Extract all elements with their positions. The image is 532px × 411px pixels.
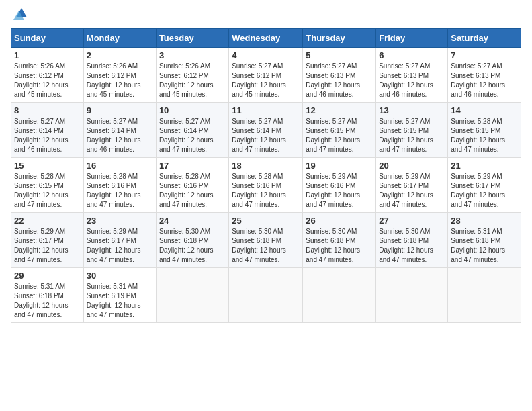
day-info: Sunrise: 5:29 AMSunset: 6:17 PMDaylight:…: [451, 173, 505, 208]
day-number: 27: [379, 216, 445, 226]
day-number: 12: [306, 105, 373, 116]
calendar-week-row: 8 Sunrise: 5:27 AMSunset: 6:14 PMDayligh…: [11, 103, 521, 158]
day-info: Sunrise: 5:26 AMSunset: 6:12 PMDaylight:…: [14, 62, 69, 98]
calendar-week-row: 1 Sunrise: 5:26 AMSunset: 6:12 PMDayligh…: [11, 48, 521, 103]
day-info: Sunrise: 5:29 AMSunset: 6:17 PMDaylight:…: [87, 228, 141, 263]
calendar-cell: 22 Sunrise: 5:29 AMSunset: 6:17 PMDaylig…: [11, 213, 84, 268]
day-number: 3: [159, 50, 226, 60]
header-tuesday: Tuesday: [156, 29, 228, 48]
calendar-cell: [229, 268, 303, 323]
calendar-table: SundayMondayTuesdayWednesdayThursdayFrid…: [11, 28, 521, 323]
calendar-cell: 6 Sunrise: 5:27 AMSunset: 6:13 PMDayligh…: [376, 48, 448, 103]
day-info: Sunrise: 5:31 AMSunset: 6:18 PMDaylight:…: [451, 228, 505, 263]
day-number: 8: [14, 105, 81, 116]
day-number: 23: [87, 216, 153, 226]
day-number: 11: [232, 105, 300, 116]
calendar-cell: 17 Sunrise: 5:28 AMSunset: 6:16 PMDaylig…: [156, 158, 228, 213]
day-info: Sunrise: 5:28 AMSunset: 6:16 PMDaylight:…: [159, 173, 214, 208]
calendar-cell: 29 Sunrise: 5:31 AMSunset: 6:18 PMDaylig…: [11, 268, 84, 323]
day-info: Sunrise: 5:27 AMSunset: 6:15 PMDaylight:…: [306, 118, 360, 153]
header-friday: Friday: [376, 29, 448, 48]
day-number: 1: [14, 50, 81, 60]
day-info: Sunrise: 5:27 AMSunset: 6:13 PMDaylight:…: [379, 62, 433, 98]
day-number: 22: [14, 216, 81, 226]
day-number: 14: [451, 105, 518, 116]
day-number: 28: [451, 216, 518, 226]
calendar-cell: 3 Sunrise: 5:26 AMSunset: 6:12 PMDayligh…: [156, 48, 228, 103]
calendar-cell: 30 Sunrise: 5:31 AMSunset: 6:19 PMDaylig…: [83, 268, 156, 323]
calendar-week-row: 22 Sunrise: 5:29 AMSunset: 6:17 PMDaylig…: [11, 213, 521, 268]
calendar-cell: 20 Sunrise: 5:29 AMSunset: 6:17 PMDaylig…: [376, 158, 448, 213]
day-info: Sunrise: 5:28 AMSunset: 6:15 PMDaylight:…: [14, 173, 69, 208]
day-info: Sunrise: 5:27 AMSunset: 6:14 PMDaylight:…: [159, 118, 214, 153]
logo-icon: [13, 5, 30, 21]
calendar-header-row: SundayMondayTuesdayWednesdayThursdayFrid…: [11, 29, 521, 48]
day-number: 18: [232, 161, 300, 171]
calendar-cell: 11 Sunrise: 5:27 AMSunset: 6:14 PMDaylig…: [229, 103, 303, 158]
day-number: 15: [14, 161, 81, 171]
day-info: Sunrise: 5:27 AMSunset: 6:14 PMDaylight:…: [87, 118, 141, 153]
day-info: Sunrise: 5:30 AMSunset: 6:18 PMDaylight:…: [232, 228, 286, 263]
day-info: Sunrise: 5:28 AMSunset: 6:16 PMDaylight:…: [232, 173, 286, 208]
calendar-cell: 21 Sunrise: 5:29 AMSunset: 6:17 PMDaylig…: [448, 158, 521, 213]
day-info: Sunrise: 5:27 AMSunset: 6:14 PMDaylight:…: [232, 118, 286, 153]
calendar-cell: 10 Sunrise: 5:27 AMSunset: 6:14 PMDaylig…: [156, 103, 228, 158]
header-saturday: Saturday: [448, 29, 521, 48]
calendar-week-row: 29 Sunrise: 5:31 AMSunset: 6:18 PMDaylig…: [11, 268, 521, 323]
day-info: Sunrise: 5:27 AMSunset: 6:14 PMDaylight:…: [14, 118, 69, 153]
header-thursday: Thursday: [303, 29, 376, 48]
day-info: Sunrise: 5:27 AMSunset: 6:12 PMDaylight:…: [232, 62, 286, 98]
calendar-cell: 23 Sunrise: 5:29 AMSunset: 6:17 PMDaylig…: [83, 213, 156, 268]
day-info: Sunrise: 5:27 AMSunset: 6:13 PMDaylight:…: [451, 62, 505, 98]
day-number: 9: [87, 105, 153, 116]
day-number: 17: [159, 161, 226, 171]
calendar-cell: 15 Sunrise: 5:28 AMSunset: 6:15 PMDaylig…: [11, 158, 84, 213]
calendar-cell: [303, 268, 376, 323]
calendar-cell: [376, 268, 448, 323]
calendar-cell: 25 Sunrise: 5:30 AMSunset: 6:18 PMDaylig…: [229, 213, 303, 268]
day-number: 24: [159, 216, 226, 226]
day-info: Sunrise: 5:27 AMSunset: 6:13 PMDaylight:…: [306, 62, 360, 98]
calendar-cell: 8 Sunrise: 5:27 AMSunset: 6:14 PMDayligh…: [11, 103, 84, 158]
day-info: Sunrise: 5:31 AMSunset: 6:19 PMDaylight:…: [87, 283, 141, 318]
calendar-cell: 1 Sunrise: 5:26 AMSunset: 6:12 PMDayligh…: [11, 48, 84, 103]
day-number: 7: [451, 50, 518, 60]
calendar-cell: 5 Sunrise: 5:27 AMSunset: 6:13 PMDayligh…: [303, 48, 376, 103]
calendar-cell: [156, 268, 228, 323]
calendar-cell: 7 Sunrise: 5:27 AMSunset: 6:13 PMDayligh…: [448, 48, 521, 103]
day-number: 20: [379, 161, 445, 171]
calendar-cell: 13 Sunrise: 5:27 AMSunset: 6:15 PMDaylig…: [376, 103, 448, 158]
header-monday: Monday: [83, 29, 156, 48]
day-info: Sunrise: 5:31 AMSunset: 6:18 PMDaylight:…: [14, 283, 69, 318]
day-info: Sunrise: 5:30 AMSunset: 6:18 PMDaylight:…: [379, 228, 433, 263]
day-number: 5: [306, 50, 373, 60]
calendar-cell: 14 Sunrise: 5:28 AMSunset: 6:15 PMDaylig…: [448, 103, 521, 158]
day-info: Sunrise: 5:27 AMSunset: 6:15 PMDaylight:…: [379, 118, 433, 153]
calendar-cell: 18 Sunrise: 5:28 AMSunset: 6:16 PMDaylig…: [229, 158, 303, 213]
day-number: 16: [87, 161, 153, 171]
calendar-cell: 26 Sunrise: 5:30 AMSunset: 6:18 PMDaylig…: [303, 213, 376, 268]
calendar-cell: 9 Sunrise: 5:27 AMSunset: 6:14 PMDayligh…: [83, 103, 156, 158]
day-number: 30: [87, 271, 153, 281]
day-number: 6: [379, 50, 445, 60]
day-info: Sunrise: 5:28 AMSunset: 6:15 PMDaylight:…: [451, 118, 505, 153]
day-info: Sunrise: 5:26 AMSunset: 6:12 PMDaylight:…: [87, 62, 141, 98]
day-number: 29: [14, 271, 81, 281]
calendar-cell: 24 Sunrise: 5:30 AMSunset: 6:18 PMDaylig…: [156, 213, 228, 268]
day-number: 4: [232, 50, 300, 60]
day-info: Sunrise: 5:30 AMSunset: 6:18 PMDaylight:…: [159, 228, 214, 263]
calendar-cell: 2 Sunrise: 5:26 AMSunset: 6:12 PMDayligh…: [83, 48, 156, 103]
header-sunday: Sunday: [11, 29, 84, 48]
day-info: Sunrise: 5:29 AMSunset: 6:16 PMDaylight:…: [306, 173, 360, 208]
day-number: 13: [379, 105, 445, 116]
day-number: 19: [306, 161, 373, 171]
day-info: Sunrise: 5:30 AMSunset: 6:18 PMDaylight:…: [306, 228, 360, 263]
logo: [11, 11, 30, 21]
day-info: Sunrise: 5:29 AMSunset: 6:17 PMDaylight:…: [379, 173, 433, 208]
day-number: 25: [232, 216, 300, 226]
day-number: 21: [451, 161, 518, 171]
calendar-cell: 27 Sunrise: 5:30 AMSunset: 6:18 PMDaylig…: [376, 213, 448, 268]
calendar-cell: 4 Sunrise: 5:27 AMSunset: 6:12 PMDayligh…: [229, 48, 303, 103]
day-info: Sunrise: 5:26 AMSunset: 6:12 PMDaylight:…: [159, 62, 214, 98]
calendar-cell: 19 Sunrise: 5:29 AMSunset: 6:16 PMDaylig…: [303, 158, 376, 213]
